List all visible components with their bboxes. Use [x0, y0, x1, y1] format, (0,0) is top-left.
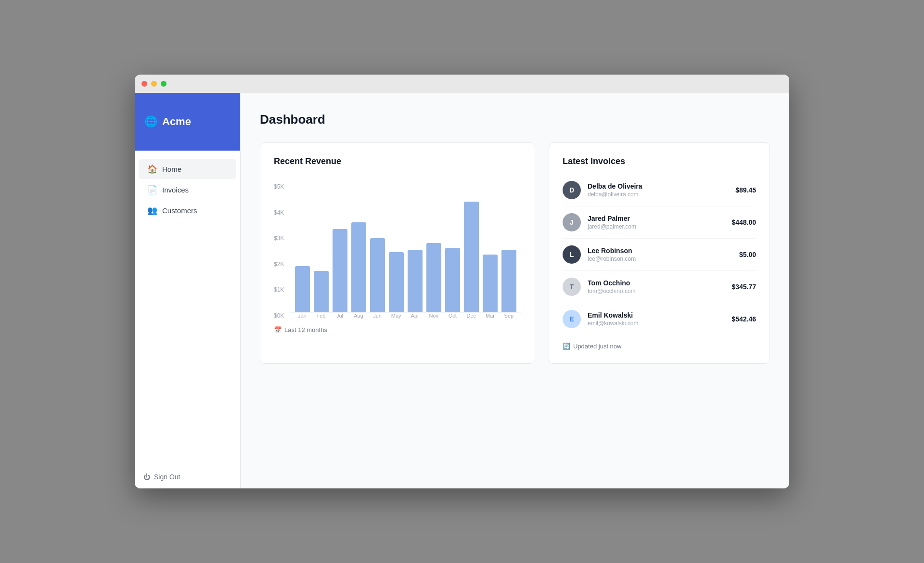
logo-text: Acme [162, 115, 191, 128]
invoice-amount: $5.00 [739, 251, 756, 258]
x-labels: JanFebJulAugJunMayAprNovOctDecMarSep [290, 313, 521, 319]
sidebar-nav: 🏠 Home 📄 Invoices 👥 Customers [135, 151, 240, 465]
x-label: Jan [295, 313, 309, 319]
minimize-button[interactable] [151, 81, 157, 87]
invoice-name: Jared Palmer [588, 215, 725, 222]
dashboard-grid: Recent Revenue $0K $1K $2K $3K $4K $5K [260, 142, 770, 364]
avatar: L [563, 245, 581, 264]
invoice-item: LLee Robinsonlee@robinson.com$5.00 [563, 239, 756, 271]
sign-out-label: Sign Out [154, 473, 180, 481]
invoice-amount: $345.77 [732, 283, 756, 291]
invoice-info: Emil Kowalskiemil@kowalski.com [588, 311, 725, 327]
chart-area: $0K $1K $2K $3K $4K $5K JanFebJulAugJunM… [274, 174, 521, 319]
chart-footer-label: Last 12 months [284, 326, 327, 333]
bar-col [370, 238, 385, 312]
maximize-button[interactable] [161, 81, 167, 87]
invoices-footer: 🔄 Updated just now [563, 343, 756, 350]
sidebar-item-home-label: Home [162, 165, 181, 173]
invoice-name: Emil Kowalski [588, 311, 725, 319]
avatar: E [563, 310, 581, 328]
invoice-info: Delba de Oliveiradelba@oliveira.com [588, 182, 729, 198]
title-bar [135, 75, 789, 93]
bar-col [464, 202, 479, 312]
bar-col [333, 229, 347, 312]
revenue-card: Recent Revenue $0K $1K $2K $3K $4K $5K [260, 142, 535, 364]
bar [426, 243, 441, 312]
sidebar-item-customers[interactable]: 👥 Customers [139, 201, 236, 220]
bar-col [351, 222, 366, 312]
x-label: May [389, 313, 404, 319]
chart-bars [290, 183, 521, 313]
refresh-icon: 🔄 [563, 343, 570, 350]
sign-out-button[interactable]: ⏻ Sign Out [143, 473, 231, 481]
customers-icon: 👥 [147, 205, 157, 216]
invoice-item: DDelba de Oliveiradelba@oliveira.com$89.… [563, 174, 756, 206]
invoice-name: Delba de Oliveira [588, 182, 729, 190]
bar [314, 271, 329, 312]
invoices-card: Latest Invoices DDelba de Oliveiradelba@… [549, 142, 770, 364]
sidebar-item-invoices[interactable]: 📄 Invoices [139, 180, 236, 200]
bar-col [501, 250, 516, 312]
invoice-item: JJared Palmerjared@palmer.com$448.00 [563, 206, 756, 239]
bar [351, 222, 366, 312]
x-label: Aug [351, 313, 366, 319]
avatar: J [563, 213, 581, 231]
bar-col [295, 266, 310, 312]
x-label: Sep [501, 313, 516, 319]
y-label-1k: $1K [274, 287, 284, 293]
bar [389, 252, 404, 312]
bar [483, 255, 498, 312]
invoice-info: Lee Robinsonlee@robinson.com [588, 247, 732, 262]
x-label: Apr [408, 313, 423, 319]
chart-footer: 📅 Last 12 months [274, 326, 521, 333]
invoice-info: Jared Palmerjared@palmer.com [588, 215, 725, 230]
x-label: Feb [313, 313, 328, 319]
sidebar-footer: ⏻ Sign Out [135, 465, 240, 488]
sidebar-item-customers-label: Customers [162, 206, 197, 215]
chart-bars-wrapper: JanFebJulAugJunMayAprNovOctDecMarSep [290, 183, 521, 319]
invoice-email: emil@kowalski.com [588, 320, 725, 327]
x-label: Oct [445, 313, 460, 319]
invoices-card-title: Latest Invoices [563, 156, 756, 174]
invoice-amount: $448.00 [732, 218, 756, 226]
sidebar: 🌐 Acme 🏠 Home 📄 Invoices 👥 Customers [135, 93, 241, 488]
bar [445, 248, 460, 312]
invoices-list: DDelba de Oliveiradelba@oliveira.com$89.… [563, 174, 756, 335]
invoice-email: jared@palmer.com [588, 223, 725, 230]
invoice-email: lee@robinson.com [588, 256, 732, 262]
y-label-2k: $2K [274, 261, 284, 267]
bar [408, 250, 423, 312]
invoice-amount: $89.45 [735, 186, 756, 194]
bar-col [314, 271, 329, 312]
power-icon: ⏻ [143, 473, 150, 481]
bar [370, 238, 385, 312]
close-button[interactable] [141, 81, 147, 87]
chart-y-labels: $0K $1K $2K $3K $4K $5K [274, 184, 290, 319]
y-label-0k: $0K [274, 313, 284, 319]
invoice-item: EEmil Kowalskiemil@kowalski.com$542.46 [563, 303, 756, 335]
invoice-item: TTom Occhinotom@occhino.com$345.77 [563, 271, 756, 303]
sidebar-item-home[interactable]: 🏠 Home [139, 159, 236, 179]
main-content: Dashboard Recent Revenue $0K $1K $2K $3K… [241, 93, 789, 488]
x-label: Mar [483, 313, 498, 319]
app-window: 🌐 Acme 🏠 Home 📄 Invoices 👥 Customers [135, 75, 789, 488]
bar-col [445, 248, 460, 312]
bar-col [389, 252, 404, 312]
home-icon: 🏠 [147, 164, 157, 174]
bar [464, 202, 479, 312]
window-body: 🌐 Acme 🏠 Home 📄 Invoices 👥 Customers [135, 93, 789, 488]
x-label: Dec [464, 313, 479, 319]
invoice-name: Tom Occhino [588, 279, 725, 287]
x-label: Nov [426, 313, 441, 319]
sidebar-logo: 🌐 Acme [135, 93, 240, 151]
avatar: T [563, 278, 581, 296]
sidebar-item-invoices-label: Invoices [162, 186, 189, 194]
page-title: Dashboard [260, 112, 770, 127]
bar [295, 266, 310, 312]
bar-col [426, 243, 441, 312]
bar [333, 229, 347, 312]
bar-col [483, 255, 498, 312]
revenue-card-title: Recent Revenue [274, 156, 521, 174]
y-label-5k: $5K [274, 184, 284, 190]
y-label-3k: $3K [274, 235, 284, 241]
